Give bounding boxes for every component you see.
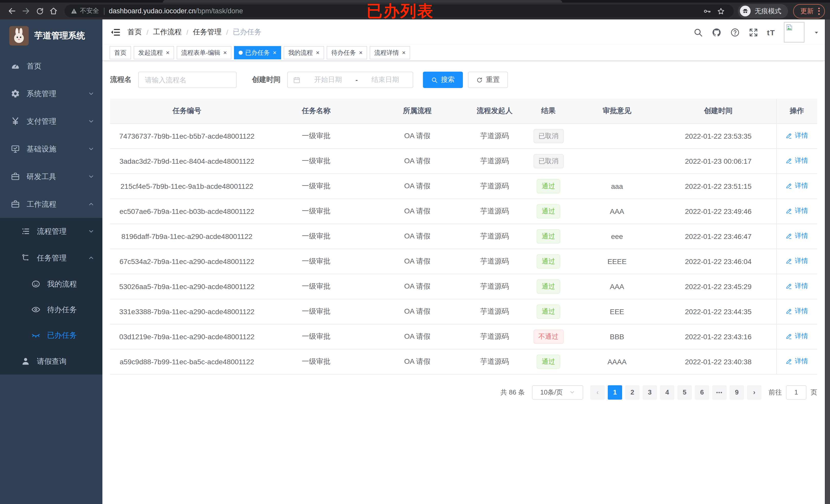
detail-link[interactable]: 详情 bbox=[786, 257, 808, 266]
sidebar-fold-icon[interactable] bbox=[110, 27, 121, 38]
sidebar-item-infra[interactable]: 基础设施 bbox=[0, 135, 102, 163]
col-actions: 操作 bbox=[776, 99, 817, 123]
back-icon[interactable] bbox=[5, 4, 19, 18]
sidebar-item-process-mgmt[interactable]: 流程管理 bbox=[0, 218, 102, 244]
detail-link[interactable]: 详情 bbox=[786, 181, 808, 191]
detail-link[interactable]: 详情 bbox=[786, 282, 808, 291]
update-label[interactable]: 更新 bbox=[800, 6, 813, 15]
tab-home[interactable]: 首页 bbox=[109, 46, 131, 59]
browser-active-tab[interactable] bbox=[163, 0, 562, 3]
table-row: ec507ae6-7b9a-11ec-b03b-acde48001122一级审批… bbox=[110, 199, 817, 224]
close-icon[interactable]: × bbox=[359, 49, 362, 56]
page-size-select[interactable]: 10条/页 bbox=[532, 385, 583, 399]
goto-page-input[interactable] bbox=[786, 385, 806, 399]
sidebar-item-done-task[interactable]: 已办任务 bbox=[0, 322, 102, 348]
date-range-picker[interactable]: 开始日期 - 结束日期 bbox=[287, 72, 413, 88]
status-badge: 通过 bbox=[537, 354, 560, 369]
sidebar-item-devtools[interactable]: 研发工具 bbox=[0, 163, 102, 190]
key-icon[interactable] bbox=[700, 4, 714, 18]
sidebar-item-payment[interactable]: 支付管理 bbox=[0, 107, 102, 135]
status-badge: 已取消 bbox=[533, 129, 564, 143]
detail-link[interactable]: 详情 bbox=[786, 332, 808, 341]
tab-done-task[interactable]: 已办任务× bbox=[234, 46, 281, 59]
person-icon bbox=[21, 357, 30, 366]
sidebar-item-system[interactable]: 系统管理 bbox=[0, 80, 102, 107]
page-scrollbar[interactable] bbox=[825, 20, 830, 504]
create-time-label: 创建时间 bbox=[252, 75, 281, 85]
edit-pen-icon bbox=[786, 308, 792, 315]
reload-icon[interactable] bbox=[33, 4, 46, 18]
main-area: 首页 / 工作流程 / 任务管理 / 已办任务 tT bbox=[102, 20, 830, 504]
status-badge: 通过 bbox=[537, 229, 560, 243]
page-button-3[interactable]: 3 bbox=[643, 385, 657, 399]
close-icon[interactable]: × bbox=[166, 49, 169, 56]
table-row: a59c9d88-7b99-11ec-ba5c-acde48001122一级审批… bbox=[110, 349, 817, 374]
detail-link[interactable]: 详情 bbox=[786, 232, 808, 241]
close-icon[interactable]: × bbox=[273, 49, 277, 56]
status-badge: 通过 bbox=[537, 204, 560, 218]
url-text[interactable]: dashboard.yudao.iocoder.cn/bpm/task/done bbox=[109, 7, 243, 15]
bookmark-star-icon[interactable] bbox=[714, 4, 728, 18]
table-row: 03d1219e-7b9a-11ec-a290-acde48001122一级审批… bbox=[110, 324, 817, 349]
status-badge: 通过 bbox=[537, 179, 560, 193]
app-logo-row[interactable]: 芋道管理系统 bbox=[0, 20, 102, 52]
tab-start-process[interactable]: 发起流程× bbox=[134, 46, 174, 59]
browser-update-button[interactable]: 更新 bbox=[793, 4, 825, 18]
sidebar-item-my-process[interactable]: 我的流程 bbox=[0, 271, 102, 297]
tab-process-detail[interactable]: 流程详情× bbox=[370, 46, 410, 59]
close-icon[interactable]: × bbox=[402, 49, 406, 56]
next-page-button[interactable]: › bbox=[747, 385, 761, 399]
page-button-9[interactable]: 9 bbox=[730, 385, 744, 399]
pagination: 共 86 条 10条/页 ‹ 1 2 3 4 5 6 ••• 9 bbox=[110, 385, 817, 399]
prev-page-button[interactable]: ‹ bbox=[590, 385, 605, 399]
more-pages-button[interactable]: ••• bbox=[712, 385, 727, 399]
page-button-5[interactable]: 5 bbox=[677, 385, 692, 399]
forward-icon[interactable] bbox=[19, 4, 33, 18]
tab-my-process[interactable]: 我的流程× bbox=[284, 46, 324, 59]
page-button-1[interactable]: 1 bbox=[608, 385, 622, 399]
tab-form-edit[interactable]: 流程表单-编辑× bbox=[177, 46, 231, 59]
status-badge: 通过 bbox=[537, 254, 560, 268]
page-button-6[interactable]: 6 bbox=[695, 385, 709, 399]
reset-button[interactable]: 重置 bbox=[468, 72, 508, 88]
search-button[interactable]: 搜索 bbox=[423, 72, 463, 88]
avatar[interactable] bbox=[784, 22, 804, 42]
browser-menu-icon[interactable] bbox=[818, 7, 820, 14]
font-size-icon[interactable]: tT bbox=[767, 28, 775, 37]
sidebar: 芋道管理系统 首页 系统管理 支付管理 bbox=[0, 20, 102, 504]
sidebar-item-workflow[interactable]: 工作流程 bbox=[0, 190, 102, 218]
detail-link[interactable]: 详情 bbox=[786, 307, 808, 316]
detail-link[interactable]: 详情 bbox=[786, 156, 808, 166]
search-icon[interactable] bbox=[693, 27, 703, 37]
process-name-input[interactable] bbox=[138, 72, 236, 88]
github-icon[interactable] bbox=[712, 27, 722, 37]
close-icon[interactable]: × bbox=[316, 49, 320, 56]
browser-chrome: 不安全 dashboard.yudao.iocoder.cn/bpm/task/… bbox=[0, 0, 830, 20]
chevron-up-icon bbox=[88, 255, 94, 261]
sidebar-item-home[interactable]: 首页 bbox=[0, 52, 102, 80]
sidebar-item-todo-task[interactable]: 待办任务 bbox=[0, 297, 102, 322]
start-date-placeholder[interactable]: 开始日期 bbox=[306, 75, 350, 85]
detail-link[interactable]: 详情 bbox=[786, 131, 808, 140]
help-icon[interactable] bbox=[730, 27, 740, 37]
address-bar[interactable]: 不安全 dashboard.yudao.iocoder.cn/bpm/task/… bbox=[65, 5, 734, 18]
fullscreen-icon[interactable] bbox=[748, 27, 758, 37]
sidebar-item-task-mgmt[interactable]: 任务管理 bbox=[0, 244, 102, 271]
home-icon[interactable] bbox=[46, 4, 60, 18]
page-button-4[interactable]: 4 bbox=[660, 385, 674, 399]
tab-todo-task[interactable]: 待办任务× bbox=[327, 46, 367, 59]
sidebar-item-leave-query[interactable]: 请假查询 bbox=[0, 348, 102, 374]
page-button-2[interactable]: 2 bbox=[625, 385, 640, 399]
end-date-placeholder[interactable]: 结束日期 bbox=[363, 75, 408, 85]
header-actions: tT bbox=[693, 22, 820, 42]
breadcrumb-home[interactable]: 首页 bbox=[127, 28, 142, 37]
avatar-caret-icon[interactable] bbox=[813, 29, 820, 36]
detail-link[interactable]: 详情 bbox=[786, 357, 808, 366]
chevron-down-icon bbox=[88, 91, 94, 97]
security-label[interactable]: 不安全 bbox=[80, 7, 99, 15]
goto-page: 前往 页 bbox=[769, 385, 817, 399]
close-icon[interactable]: × bbox=[223, 49, 227, 56]
breadcrumb-task-mgmt[interactable]: 任务管理 bbox=[193, 28, 222, 37]
breadcrumb-workflow[interactable]: 工作流程 bbox=[153, 28, 182, 37]
detail-link[interactable]: 详情 bbox=[786, 206, 808, 216]
